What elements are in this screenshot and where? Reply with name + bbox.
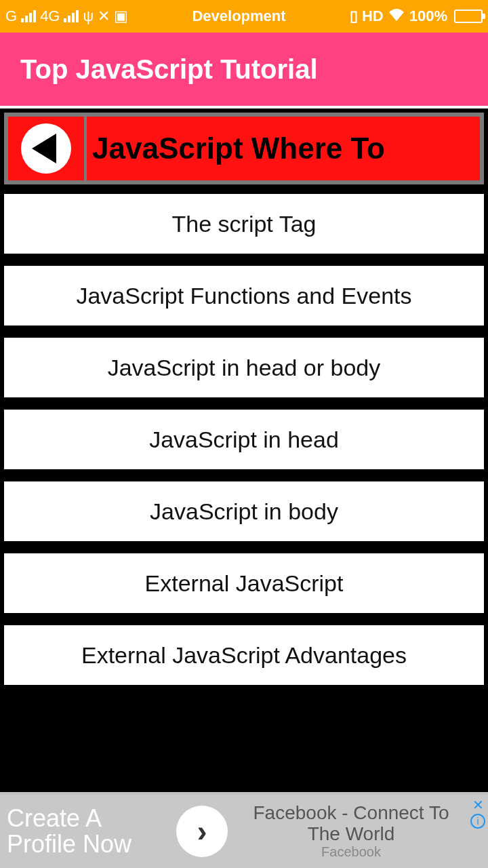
app-icon: ▣ — [114, 7, 128, 25]
ad-left-line1: Create A — [7, 806, 163, 831]
carrier-label: G — [5, 7, 17, 25]
app-bar: Top JavaScript Tutorial — [0, 33, 488, 108]
vibrate-icon: ▯ — [350, 7, 358, 25]
ad-info-button[interactable]: i — [470, 814, 485, 829]
back-arrow-icon — [32, 134, 56, 163]
list-item[interactable]: External JavaScript Advantages — [4, 625, 484, 685]
app-title: Top JavaScript Tutorial — [20, 54, 318, 85]
usb-icon: ψ — [83, 7, 94, 25]
tools-icon: ✕ — [98, 7, 110, 25]
list-item-label: JavaScript in head — [149, 427, 339, 453]
ad-left-text: Create A Profile Now — [0, 806, 163, 857]
network-label: 4G — [40, 7, 60, 25]
ad-right-text: Facebook - Connect To The World Facebook — [241, 803, 488, 861]
signal-icon-2 — [64, 10, 79, 22]
list-item[interactable]: JavaScript Functions and Events — [4, 266, 484, 326]
list-item-label: JavaScript in body — [150, 498, 338, 525]
wifi-icon — [388, 7, 405, 25]
battery-icon — [454, 9, 483, 23]
ad-banner[interactable]: Create A Profile Now › Facebook - Connec… — [0, 795, 488, 868]
status-bar: G 4G ψ ✕ ▣ Development ▯ HD 100% — [0, 0, 488, 33]
ad-left-line2: Profile Now — [7, 831, 163, 857]
list-item-label: JavaScript in head or body — [108, 355, 381, 381]
status-center-label: Development — [128, 7, 350, 25]
hd-label: HD — [362, 7, 384, 25]
list-item[interactable]: JavaScript in body — [4, 481, 484, 541]
status-left: G 4G ψ ✕ ▣ — [5, 7, 128, 25]
status-right: ▯ HD 100% — [350, 7, 483, 25]
ad-cta-button[interactable]: › — [176, 806, 228, 857]
topic-list: The script Tag JavaScript Functions and … — [4, 194, 484, 685]
list-item-label: The script Tag — [172, 211, 317, 237]
back-circle — [21, 123, 71, 174]
list-item-label: External JavaScript Advantages — [81, 642, 407, 669]
chevron-right-icon: › — [197, 814, 207, 848]
ad-right-title: Facebook - Connect To The World — [241, 803, 461, 845]
list-item[interactable]: External JavaScript — [4, 553, 484, 613]
list-item[interactable]: JavaScript in head or body — [4, 338, 484, 397]
ad-close-button[interactable]: ✕ — [470, 797, 485, 812]
signal-icon — [21, 10, 36, 22]
battery-pct-label: 100% — [409, 7, 447, 25]
back-button[interactable] — [8, 117, 87, 180]
list-item[interactable]: JavaScript in head — [4, 410, 484, 469]
page-title: JavaScript Where To — [87, 117, 480, 180]
ad-right-sub: Facebook — [241, 844, 461, 860]
page-header: JavaScript Where To — [4, 113, 484, 184]
list-item-label: JavaScript Functions and Events — [76, 283, 411, 309]
list-item-label: External JavaScript — [145, 570, 344, 597]
content: JavaScript Where To The script Tag JavaS… — [0, 108, 488, 792]
list-item[interactable]: The script Tag — [4, 194, 484, 254]
